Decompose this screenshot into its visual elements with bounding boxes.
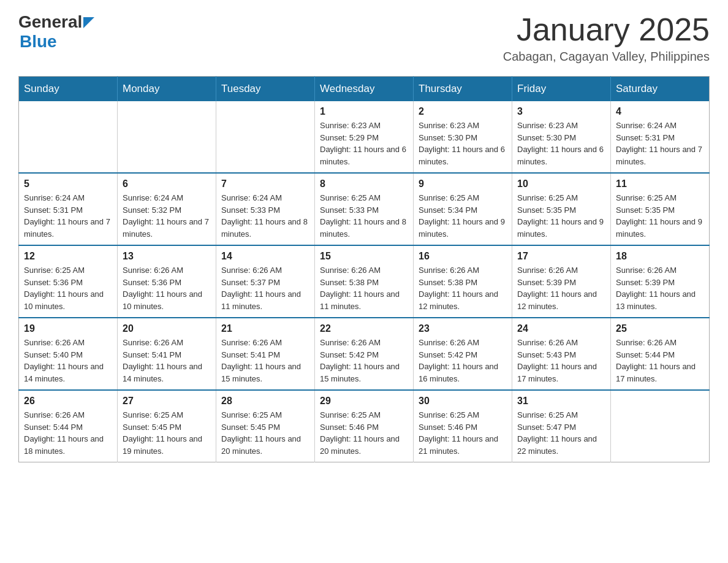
header-friday: Friday: [512, 77, 611, 102]
table-row: 1Sunrise: 6:23 AM Sunset: 5:29 PM Daylig…: [315, 101, 414, 173]
title-section: January 2025 Cabagan, Cagayan Valley, Ph…: [503, 12, 710, 64]
day-number: 3: [517, 106, 605, 117]
table-row: 29Sunrise: 6:25 AM Sunset: 5:46 PM Dayli…: [315, 390, 414, 462]
table-row: 16Sunrise: 6:26 AM Sunset: 5:38 PM Dayli…: [414, 245, 512, 318]
day-info: Sunrise: 6:26 AM Sunset: 5:37 PM Dayligh…: [221, 264, 309, 312]
table-row: 15Sunrise: 6:26 AM Sunset: 5:38 PM Dayli…: [315, 245, 414, 318]
day-info: Sunrise: 6:25 AM Sunset: 5:46 PM Dayligh…: [419, 409, 507, 457]
table-row: 18Sunrise: 6:26 AM Sunset: 5:39 PM Dayli…: [611, 245, 710, 318]
day-info: Sunrise: 6:26 AM Sunset: 5:42 PM Dayligh…: [419, 337, 507, 385]
month-year-title: January 2025: [503, 12, 710, 47]
day-number: 23: [419, 323, 507, 334]
day-info: Sunrise: 6:26 AM Sunset: 5:39 PM Dayligh…: [616, 264, 704, 312]
day-info: Sunrise: 6:26 AM Sunset: 5:39 PM Dayligh…: [517, 264, 605, 312]
svg-marker-0: [83, 17, 94, 28]
day-number: 16: [419, 251, 507, 262]
day-number: 18: [616, 251, 704, 262]
day-info: Sunrise: 6:26 AM Sunset: 5:44 PM Dayligh…: [24, 409, 112, 457]
table-row: 13Sunrise: 6:26 AM Sunset: 5:36 PM Dayli…: [118, 245, 216, 318]
header-sunday: Sunday: [19, 77, 118, 102]
day-number: 1: [320, 106, 408, 117]
day-number: 17: [517, 251, 605, 262]
calendar-table: Sunday Monday Tuesday Wednesday Thursday…: [18, 76, 710, 462]
day-info: Sunrise: 6:25 AM Sunset: 5:36 PM Dayligh…: [24, 264, 112, 312]
table-row: 21Sunrise: 6:26 AM Sunset: 5:41 PM Dayli…: [216, 318, 315, 390]
table-row: [118, 101, 216, 173]
calendar-week-row: 12Sunrise: 6:25 AM Sunset: 5:36 PM Dayli…: [19, 245, 710, 318]
day-info: Sunrise: 6:26 AM Sunset: 5:43 PM Dayligh…: [517, 337, 605, 385]
day-number: 11: [616, 178, 704, 190]
day-number: 31: [517, 396, 605, 407]
header-tuesday: Tuesday: [216, 77, 315, 102]
day-info: Sunrise: 6:25 AM Sunset: 5:45 PM Dayligh…: [221, 409, 309, 457]
day-number: 29: [320, 396, 408, 407]
location-subtitle: Cabagan, Cagayan Valley, Philippines: [503, 50, 710, 64]
day-info: Sunrise: 6:24 AM Sunset: 5:31 PM Dayligh…: [24, 192, 112, 240]
day-number: 24: [517, 323, 605, 334]
day-info: Sunrise: 6:23 AM Sunset: 5:30 PM Dayligh…: [517, 120, 605, 167]
day-info: Sunrise: 6:26 AM Sunset: 5:38 PM Dayligh…: [419, 264, 507, 312]
header-wednesday: Wednesday: [315, 77, 414, 102]
day-number: 6: [123, 178, 211, 190]
day-info: Sunrise: 6:26 AM Sunset: 5:36 PM Dayligh…: [123, 264, 211, 312]
table-row: 27Sunrise: 6:25 AM Sunset: 5:45 PM Dayli…: [118, 390, 216, 462]
table-row: 10Sunrise: 6:25 AM Sunset: 5:35 PM Dayli…: [512, 173, 611, 245]
day-info: Sunrise: 6:24 AM Sunset: 5:31 PM Dayligh…: [616, 120, 704, 167]
logo: General Blue: [18, 12, 97, 52]
calendar-week-row: 1Sunrise: 6:23 AM Sunset: 5:29 PM Daylig…: [19, 101, 710, 173]
header-saturday: Saturday: [611, 77, 710, 102]
day-number: 4: [616, 106, 704, 117]
day-info: Sunrise: 6:25 AM Sunset: 5:47 PM Dayligh…: [517, 409, 605, 457]
table-row: 31Sunrise: 6:25 AM Sunset: 5:47 PM Dayli…: [512, 390, 611, 462]
day-info: Sunrise: 6:26 AM Sunset: 5:41 PM Dayligh…: [123, 337, 211, 385]
table-row: [611, 390, 710, 462]
day-number: 5: [24, 178, 112, 190]
table-row: 26Sunrise: 6:26 AM Sunset: 5:44 PM Dayli…: [19, 390, 118, 462]
day-number: 14: [221, 251, 309, 262]
logo-general-text: General: [18, 12, 82, 32]
table-row: 19Sunrise: 6:26 AM Sunset: 5:40 PM Dayli…: [19, 318, 118, 390]
day-number: 2: [419, 106, 507, 117]
day-number: 8: [320, 178, 408, 190]
table-row: 5Sunrise: 6:24 AM Sunset: 5:31 PM Daylig…: [19, 173, 118, 245]
day-info: Sunrise: 6:25 AM Sunset: 5:45 PM Dayligh…: [123, 409, 211, 457]
table-row: 17Sunrise: 6:26 AM Sunset: 5:39 PM Dayli…: [512, 245, 611, 318]
table-row: 20Sunrise: 6:26 AM Sunset: 5:41 PM Dayli…: [118, 318, 216, 390]
calendar-week-row: 26Sunrise: 6:26 AM Sunset: 5:44 PM Dayli…: [19, 390, 710, 462]
day-number: 7: [221, 178, 309, 190]
calendar-header-row: Sunday Monday Tuesday Wednesday Thursday…: [19, 77, 710, 102]
table-row: 11Sunrise: 6:25 AM Sunset: 5:35 PM Dayli…: [611, 173, 710, 245]
day-number: 20: [123, 323, 211, 334]
table-row: 14Sunrise: 6:26 AM Sunset: 5:37 PM Dayli…: [216, 245, 315, 318]
day-number: 19: [24, 323, 112, 334]
table-row: 7Sunrise: 6:24 AM Sunset: 5:33 PM Daylig…: [216, 173, 315, 245]
day-info: Sunrise: 6:23 AM Sunset: 5:29 PM Dayligh…: [320, 120, 408, 167]
day-number: 30: [419, 396, 507, 407]
table-row: 28Sunrise: 6:25 AM Sunset: 5:45 PM Dayli…: [216, 390, 315, 462]
day-info: Sunrise: 6:26 AM Sunset: 5:40 PM Dayligh…: [24, 337, 112, 385]
table-row: 24Sunrise: 6:26 AM Sunset: 5:43 PM Dayli…: [512, 318, 611, 390]
table-row: 9Sunrise: 6:25 AM Sunset: 5:34 PM Daylig…: [414, 173, 512, 245]
table-row: [216, 101, 315, 173]
table-row: 6Sunrise: 6:24 AM Sunset: 5:32 PM Daylig…: [118, 173, 216, 245]
day-number: 13: [123, 251, 211, 262]
day-number: 25: [616, 323, 704, 334]
day-number: 12: [24, 251, 112, 262]
table-row: 22Sunrise: 6:26 AM Sunset: 5:42 PM Dayli…: [315, 318, 414, 390]
day-info: Sunrise: 6:25 AM Sunset: 5:35 PM Dayligh…: [616, 192, 704, 240]
day-info: Sunrise: 6:26 AM Sunset: 5:44 PM Dayligh…: [616, 337, 704, 385]
day-number: 22: [320, 323, 408, 334]
day-number: 9: [419, 178, 507, 190]
header-monday: Monday: [118, 77, 216, 102]
day-number: 26: [24, 396, 112, 407]
day-number: 27: [123, 396, 211, 407]
day-info: Sunrise: 6:26 AM Sunset: 5:38 PM Dayligh…: [320, 264, 408, 312]
day-info: Sunrise: 6:25 AM Sunset: 5:33 PM Dayligh…: [320, 192, 408, 240]
table-row: 3Sunrise: 6:23 AM Sunset: 5:30 PM Daylig…: [512, 101, 611, 173]
day-info: Sunrise: 6:25 AM Sunset: 5:34 PM Dayligh…: [419, 192, 507, 240]
table-row: 8Sunrise: 6:25 AM Sunset: 5:33 PM Daylig…: [315, 173, 414, 245]
day-number: 15: [320, 251, 408, 262]
page-header: General Blue January 2025 Cabagan, Cagay…: [18, 12, 710, 64]
day-info: Sunrise: 6:26 AM Sunset: 5:41 PM Dayligh…: [221, 337, 309, 385]
calendar-week-row: 5Sunrise: 6:24 AM Sunset: 5:31 PM Daylig…: [19, 173, 710, 245]
